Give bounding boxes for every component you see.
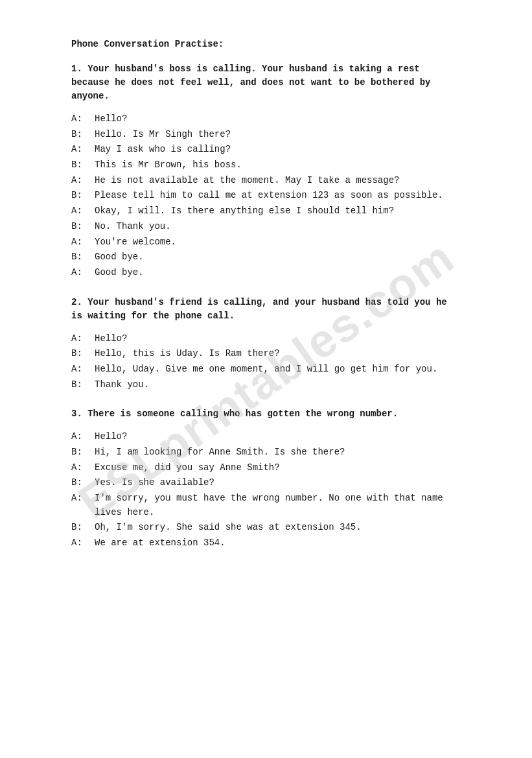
scenario-3-dialogue: A:Hello?B:Hi, I am looking for Anne Smit… [71, 430, 461, 551]
speaker-label: A: [71, 461, 95, 475]
dialogue-line: A:Okay, I will. Is there anything else I… [71, 204, 461, 219]
dialogue-line: B:Please tell him to call me at extensio… [71, 189, 461, 203]
speaker-label: B: [71, 476, 95, 490]
speaker-label: A: [71, 536, 95, 551]
dialogue-line: B:Oh, I'm sorry. She said she was at ext… [71, 521, 461, 535]
speaker-label: B: [71, 347, 95, 361]
dialogue-line: B:Thank you. [71, 378, 461, 392]
dialogue-line: B:Hello. Is Mr Singh there? [71, 128, 461, 142]
scenario-1: 1. Your husband's boss is calling. Your … [71, 62, 461, 280]
dialogue-line: A:Hello? [71, 112, 461, 126]
speaker-label: B: [71, 220, 95, 234]
dialogue-line: A:We are at extension 354. [71, 536, 461, 551]
dialogue-text: Excuse me, did you say Anne Smith? [95, 461, 461, 475]
dialogue-text: We are at extension 354. [95, 536, 461, 551]
dialogue-line: A:Good bye. [71, 266, 461, 280]
dialogue-text: Good bye. [95, 250, 461, 265]
dialogue-line: A:Hello? [71, 332, 461, 346]
scenario-1-heading: 1. Your husband's boss is calling. Your … [71, 62, 461, 103]
scenario-2-heading: 2. Your husband's friend is calling, and… [71, 296, 461, 323]
speaker-label: A: [71, 332, 95, 346]
dialogue-text: Please tell him to call me at extension … [95, 189, 461, 203]
speaker-label: A: [71, 174, 95, 188]
speaker-label: B: [71, 158, 95, 172]
dialogue-text: Hello? [95, 112, 461, 126]
dialogue-line: B:This is Mr Brown, his boss. [71, 158, 461, 172]
dialogue-text: Hi, I am looking for Anne Smith. Is she … [95, 445, 461, 460]
dialogue-line: B:Hi, I am looking for Anne Smith. Is sh… [71, 445, 461, 460]
dialogue-text: Hello? [95, 332, 461, 346]
page-title: Phone Conversation Practise: [71, 39, 461, 49]
speaker-label: B: [71, 189, 95, 203]
dialogue-text: Hello, this is Uday. Is Ram there? [95, 347, 461, 361]
dialogue-line: A:He is not available at the moment. May… [71, 174, 461, 188]
dialogue-text: This is Mr Brown, his boss. [95, 158, 461, 172]
speaker-label: A: [71, 430, 95, 444]
scenario-1-dialogue: A:Hello?B:Hello. Is Mr Singh there?A:May… [71, 112, 461, 280]
speaker-label: A: [71, 204, 95, 219]
dialogue-text: Hello. Is Mr Singh there? [95, 128, 461, 142]
speaker-label: B: [71, 128, 95, 142]
speaker-label: A: [71, 143, 95, 157]
speaker-label: B: [71, 521, 95, 535]
dialogue-text: Good bye. [95, 266, 461, 280]
speaker-label: A: [71, 492, 95, 519]
dialogue-line: B:Hello, this is Uday. Is Ram there? [71, 347, 461, 361]
speaker-label: A: [71, 112, 95, 126]
dialogue-text: May I ask who is calling? [95, 143, 461, 157]
speaker-label: B: [71, 250, 95, 265]
dialogue-text: I'm sorry, you must have the wrong numbe… [95, 492, 461, 519]
dialogue-text: No. Thank you. [95, 220, 461, 234]
scenario-2-dialogue: A:Hello?B:Hello, this is Uday. Is Ram th… [71, 332, 461, 392]
dialogue-text: Hello? [95, 430, 461, 444]
dialogue-line: B:No. Thank you. [71, 220, 461, 234]
dialogue-text: Okay, I will. Is there anything else I s… [95, 204, 461, 219]
page: ESLprintables.com Phone Conversation Pra… [0, 0, 532, 758]
dialogue-line: A:Hello, Uday. Give me one moment, and I… [71, 362, 461, 377]
scenario-3-heading: 3. There is someone calling who has gott… [71, 407, 461, 421]
dialogue-text: Oh, I'm sorry. She said she was at exten… [95, 521, 461, 535]
scenario-3: 3. There is someone calling who has gott… [71, 407, 461, 551]
dialogue-line: A:May I ask who is calling? [71, 143, 461, 157]
speaker-label: B: [71, 445, 95, 460]
dialogue-line: A:I'm sorry, you must have the wrong num… [71, 492, 461, 519]
speaker-label: A: [71, 362, 95, 377]
dialogue-text: You're welcome. [95, 235, 461, 250]
speaker-label: A: [71, 235, 95, 250]
dialogue-line: B:Good bye. [71, 250, 461, 265]
dialogue-line: A:You're welcome. [71, 235, 461, 250]
dialogue-text: Thank you. [95, 378, 461, 392]
dialogue-text: He is not available at the moment. May I… [95, 174, 461, 188]
speaker-label: A: [71, 266, 95, 280]
scenario-2: 2. Your husband's friend is calling, and… [71, 296, 461, 392]
dialogue-text: Hello, Uday. Give me one moment, and I w… [95, 362, 461, 377]
dialogue-text: Yes. Is she available? [95, 476, 461, 490]
dialogue-line: A:Hello? [71, 430, 461, 444]
dialogue-line: A:Excuse me, did you say Anne Smith? [71, 461, 461, 475]
speaker-label: B: [71, 378, 95, 392]
dialogue-line: B:Yes. Is she available? [71, 476, 461, 490]
